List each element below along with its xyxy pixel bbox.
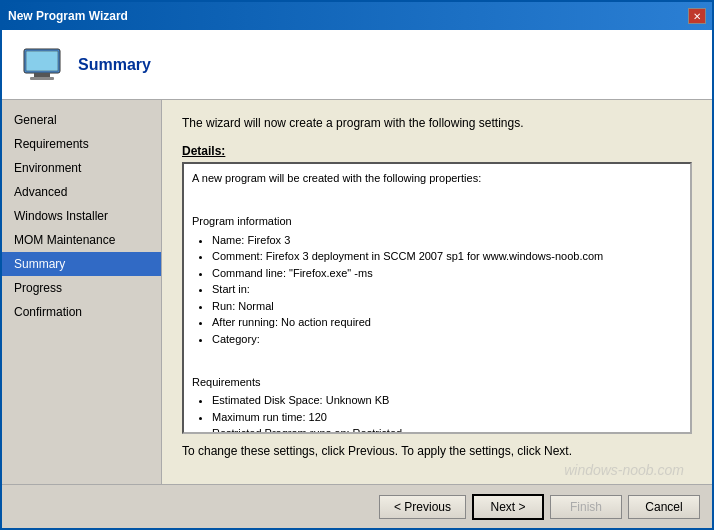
req-list: Estimated Disk Space: Unknown KBMaximum … — [212, 392, 682, 434]
sidebar-item-general[interactable]: General — [2, 108, 161, 132]
details-first-line: A new program will be created with the f… — [192, 170, 682, 187]
next-button[interactable]: Next > — [472, 494, 544, 520]
sidebar-item-summary[interactable]: Summary — [2, 252, 161, 276]
req-list-item: Estimated Disk Space: Unknown KB — [212, 392, 682, 409]
previous-button[interactable]: < Previous — [379, 495, 466, 519]
footer-text: To change these settings, click Previous… — [182, 444, 692, 458]
sidebar-item-windows-installer[interactable]: Windows Installer — [2, 204, 161, 228]
req-list-item: Restricted Program runs on: Restricted — [212, 425, 682, 434]
svg-rect-3 — [30, 77, 54, 80]
program-list-item: Start in: — [212, 281, 682, 298]
sidebar-item-environment[interactable]: Environment — [2, 156, 161, 180]
program-list-item: Name: Firefox 3 — [212, 232, 682, 249]
program-list: Name: Firefox 3Comment: Firefox 3 deploy… — [212, 232, 682, 348]
program-list-item: Category: — [212, 331, 682, 348]
finish-button[interactable]: Finish — [550, 495, 622, 519]
svg-rect-2 — [34, 73, 50, 77]
header-band: Summary — [2, 30, 712, 100]
program-section-header: Program information — [192, 213, 682, 230]
wizard-icon — [18, 41, 66, 89]
program-list-item: Command line: "Firefox.exe" -ms — [212, 265, 682, 282]
sidebar-item-requirements[interactable]: Requirements — [2, 132, 161, 156]
cancel-button[interactable]: Cancel — [628, 495, 700, 519]
sidebar-item-advanced[interactable]: Advanced — [2, 180, 161, 204]
program-list-item: After running: No action required — [212, 314, 682, 331]
sidebar-item-confirmation[interactable]: Confirmation — [2, 300, 161, 324]
wizard-window: New Program Wizard ✕ Summary General Req… — [0, 0, 714, 530]
sidebar-item-progress[interactable]: Progress — [2, 276, 161, 300]
button-bar: < Previous Next > Finish Cancel — [2, 484, 712, 528]
details-label: Details: — [182, 144, 692, 158]
sidebar-item-mom-maintenance[interactable]: MOM Maintenance — [2, 228, 161, 252]
sidebar: General Requirements Environment Advance… — [2, 100, 162, 484]
content-area: The wizard will now create a program wit… — [162, 100, 712, 484]
svg-rect-1 — [26, 51, 58, 71]
close-button[interactable]: ✕ — [688, 8, 706, 24]
req-section-header: Requirements — [192, 374, 682, 391]
window-title: New Program Wizard — [8, 9, 128, 23]
intro-text: The wizard will now create a program wit… — [182, 116, 692, 130]
program-list-item: Comment: Firefox 3 deployment in SCCM 20… — [212, 248, 682, 265]
details-box[interactable]: A new program will be created with the f… — [182, 162, 692, 434]
program-list-item: Run: Normal — [212, 298, 682, 315]
title-bar: New Program Wizard ✕ — [2, 2, 712, 30]
header-title: Summary — [78, 56, 151, 74]
req-list-item: Maximum run time: 120 — [212, 409, 682, 426]
main-area: General Requirements Environment Advance… — [2, 100, 712, 484]
